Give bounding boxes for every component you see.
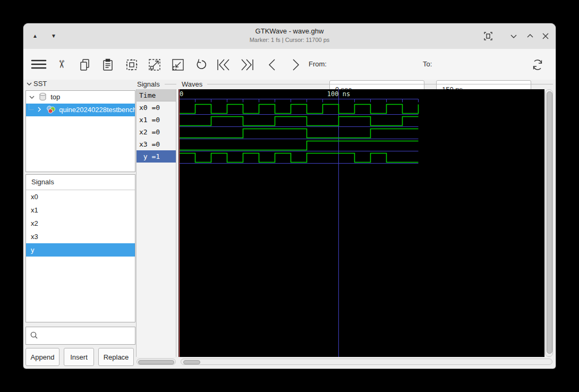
maximize-button[interactable]: [524, 30, 536, 42]
waveform-x0: [180, 105, 419, 114]
waveform-y: [180, 154, 419, 163]
signal-list-item-x0[interactable]: x0: [26, 190, 135, 203]
wave-signal-row-1[interactable]: x1 =0: [137, 114, 176, 126]
wave-signal-row-0[interactable]: x0 =0: [137, 101, 176, 114]
step-left-icon[interactable]: [265, 57, 280, 72]
prev-transition-icon[interactable]: [216, 57, 231, 72]
next-transition-icon[interactable]: [239, 57, 254, 72]
sst-header-label: SST: [33, 80, 47, 88]
tree-node-label: top: [50, 93, 60, 101]
copy-icon[interactable]: [78, 57, 92, 72]
scrollbar-thumb[interactable]: [138, 360, 174, 364]
tree-node-testbench[interactable]: quine20240228testbench: [26, 104, 135, 116]
timeline-label: 100 ns: [327, 90, 350, 98]
search-icon: [30, 331, 39, 342]
chevron-down-icon: [27, 80, 32, 88]
tree-node-top[interactable]: top: [26, 91, 135, 104]
insert-button[interactable]: Insert: [64, 348, 94, 366]
gtkwave-window: ▲ ▼ GTKWave - wave.ghw Marker: 1 fs | Cu…: [23, 23, 556, 369]
signal-list-item-x2[interactable]: x2: [26, 217, 135, 230]
replace-button[interactable]: Replace: [98, 348, 134, 366]
wave-signal-rows: x0 =0x1 =0x2 =0x3 =0 y =1: [137, 101, 176, 163]
wave-signal-row-4[interactable]: y =1: [137, 150, 176, 163]
signal-list: x0x1x2x3y: [26, 190, 135, 257]
timeline-label: 0: [180, 90, 183, 98]
titlebar[interactable]: ▲ ▼ GTKWave - wave.ghw Marker: 1 fs | Cu…: [23, 23, 556, 49]
wave-horizontal-scrollbar[interactable]: [181, 359, 552, 365]
waveform-x2: [180, 129, 419, 138]
window-status-text: Marker: 1 fs | Cursor: 11700 ps: [23, 37, 556, 43]
search-input[interactable]: [40, 328, 133, 343]
chevron-right-icon[interactable]: [36, 104, 43, 116]
reload-icon[interactable]: [530, 57, 545, 72]
wave-signal-name-column[interactable]: Time x0 =0x1 =0x2 =0x3 =0 y =1: [136, 89, 176, 357]
waveform-x1: [180, 117, 419, 126]
sst-tree-panel[interactable]: top quine20240228testbench: [25, 90, 135, 172]
search-box: [25, 327, 135, 345]
signal-list-item-x3[interactable]: x3: [26, 230, 135, 243]
signals-frame-label: Signals: [136, 80, 161, 88]
minimize-button[interactable]: [508, 30, 520, 42]
signal-list-header[interactable]: Signals: [26, 175, 135, 190]
undo-icon[interactable]: [193, 57, 208, 72]
close-icon[interactable]: [540, 30, 551, 42]
toolbar: ✂: [23, 49, 556, 80]
fullscreen-button[interactable]: [482, 30, 494, 42]
to-label: To:: [423, 60, 432, 68]
from-label: From:: [309, 60, 327, 68]
frame-line: [207, 84, 553, 84]
zoom-in-icon[interactable]: [147, 57, 162, 72]
append-button[interactable]: Append: [25, 348, 59, 366]
waves-frame-label: Waves: [181, 80, 203, 88]
step-right-icon[interactable]: [289, 57, 304, 72]
signal-list-panel: Signals x0x1x2x3y: [25, 174, 135, 322]
menu-icon[interactable]: [30, 57, 45, 72]
paste-icon[interactable]: [100, 57, 115, 72]
scrollbar-thumb[interactable]: [547, 91, 552, 354]
wave-canvas[interactable]: 0100 ns: [178, 89, 544, 357]
tree-connector: [29, 104, 33, 110]
time-header[interactable]: Time: [137, 89, 176, 101]
waveform-x3: [180, 141, 419, 150]
window-title: GTKWave - wave.ghw: [23, 27, 556, 35]
tree-node-label: quine20240228testbench: [59, 106, 135, 114]
signal-list-item-y[interactable]: y: [26, 243, 135, 257]
signal-column-scrollbar[interactable]: [137, 359, 176, 365]
signal-list-item-x1[interactable]: x1: [26, 203, 135, 217]
sst-header[interactable]: SST: [27, 80, 47, 89]
zoom-out-icon[interactable]: [171, 57, 185, 72]
frame-line: [165, 84, 176, 84]
desktop-background: ▲ ▼ GTKWave - wave.ghw Marker: 1 fs | Cu…: [0, 0, 579, 392]
package-icon: [46, 105, 55, 116]
wave-signal-row-2[interactable]: x2 =0: [137, 126, 176, 138]
scrollbar-thumb[interactable]: [183, 360, 200, 364]
zoom-fit-icon[interactable]: [124, 57, 139, 72]
cut-icon[interactable]: ✂: [54, 57, 69, 72]
chevron-down-icon[interactable]: [28, 91, 36, 104]
cylinder-icon: [39, 92, 47, 104]
wave-signal-row-3[interactable]: x3 =0: [137, 138, 176, 150]
wave-vertical-scrollbar[interactable]: [545, 89, 553, 357]
